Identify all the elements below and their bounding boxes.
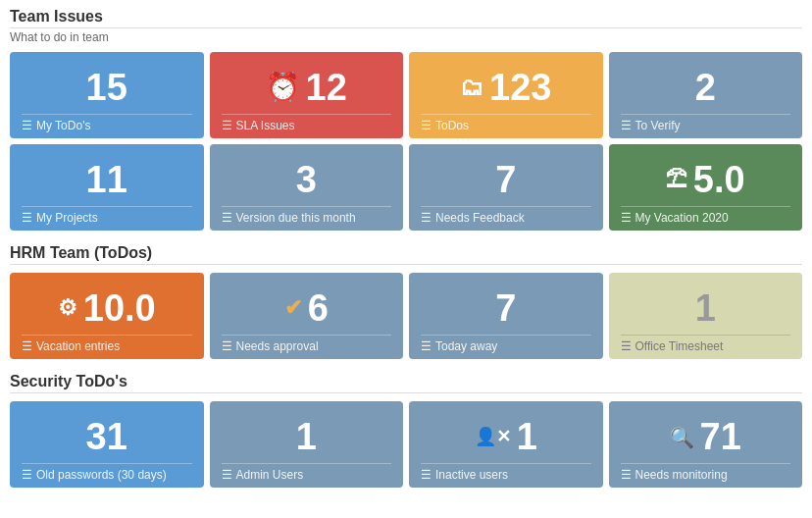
- card-sla-issues[interactable]: ⏰12 ☰ SLA Issues: [210, 52, 404, 138]
- card-number-needs-feedback: 7: [495, 160, 516, 201]
- card-label-todos: ☰ ToDos: [421, 114, 591, 132]
- team-issues-title: Team Issues: [10, 8, 802, 28]
- list-icon-office-timesheet: ☰: [621, 339, 632, 353]
- card-number-vacation-entries: 10.0: [83, 288, 156, 330]
- hrm-team-section: HRM Team (ToDos) ⚙10.0 ☰ Vacation entrie…: [10, 244, 802, 359]
- card-label-sla-issues: ☰ SLA Issues: [222, 114, 392, 132]
- card-my-todos[interactable]: 15 ☰ My ToDo's: [10, 52, 204, 138]
- gear-icon: ⚙: [58, 296, 77, 320]
- card-icon-todos: 🗂: [460, 75, 483, 100]
- card-number-sla-issues: 12: [306, 68, 347, 109]
- card-version-due[interactable]: 3 ☰ Version due this month: [210, 144, 404, 231]
- card-label-to-verify: ☰ To Verify: [621, 114, 791, 132]
- card-label-office-timesheet: ☰ Office Timesheet: [621, 335, 791, 353]
- card-to-verify[interactable]: 2 ☰ To Verify: [609, 52, 803, 138]
- team-issues-subtitle: What to do in team: [10, 30, 802, 44]
- card-label-today-away: ☰ Today away: [421, 335, 591, 353]
- card-label-version-due: ☰ Version due this month: [222, 206, 392, 225]
- list-icon-today-away: ☰: [421, 339, 431, 353]
- card-number-office-timesheet: 1: [695, 288, 716, 330]
- hrm-team-grid: ⚙10.0 ☰ Vacation entries ✔6 ☰ Needs appr…: [10, 273, 802, 359]
- card-number-my-vacation: 5.0: [693, 160, 745, 201]
- card-inactive-users[interactable]: 👤✕1 ☰ Inactive users: [409, 401, 603, 488]
- card-needs-feedback[interactable]: 7 ☰ Needs Feedback: [409, 144, 603, 231]
- list-icon-needs-monitoring: ☰: [621, 468, 632, 482]
- card-label-vacation-entries: ☰ Vacation entries: [22, 335, 192, 353]
- card-todos[interactable]: 🗂123 ☰ ToDos: [409, 52, 603, 138]
- card-label-old-passwords: ☰ Old passwords (30 days): [22, 463, 192, 482]
- list-icon-old-passwords: ☰: [22, 468, 32, 482]
- card-number-needs-approval: 6: [308, 288, 329, 330]
- card-label-my-vacation: ☰ My Vacation 2020: [621, 206, 791, 225]
- hrm-team-title: HRM Team (ToDos): [10, 244, 802, 265]
- card-label-my-projects: ☰ My Projects: [22, 206, 192, 225]
- card-label-needs-approval: ☰ Needs approval: [222, 335, 392, 353]
- card-number-inactive-users: 1: [517, 417, 537, 458]
- team-issues-section: Team Issues What to do in team 15 ☰ My T…: [10, 8, 802, 231]
- card-number-my-todos: 15: [86, 68, 127, 109]
- team-issues-grid: 15 ☰ My ToDo's ⏰12 ☰ SLA Issues 🗂123 ☰ T…: [10, 52, 802, 231]
- card-number-admin-users: 1: [296, 417, 317, 458]
- search-icon: 🔍: [670, 427, 694, 448]
- card-today-away[interactable]: 7 ☰ Today away: [409, 273, 603, 359]
- card-office-timesheet[interactable]: 1 ☰ Office Timesheet: [609, 273, 803, 359]
- list-icon-inactive-users: ☰: [421, 468, 431, 482]
- check-icon: ✔: [284, 296, 302, 320]
- card-needs-approval[interactable]: ✔6 ☰ Needs approval: [210, 273, 404, 359]
- people-icon: 👤✕: [475, 428, 511, 447]
- list-icon-my-vacation: ☰: [621, 211, 632, 225]
- umbrella-icon: ⛱: [666, 168, 687, 191]
- card-needs-monitoring[interactable]: 🔍71 ☰ Needs monitoring: [609, 401, 803, 488]
- card-number-version-due: 3: [296, 160, 317, 201]
- card-old-passwords[interactable]: 31 ☰ Old passwords (30 days): [10, 401, 204, 488]
- list-icon-needs-feedback: ☰: [421, 211, 431, 225]
- card-number-to-verify: 2: [695, 68, 716, 109]
- list-icon-vacation-entries: ☰: [22, 339, 32, 353]
- security-todos-grid: 31 ☰ Old passwords (30 days) 1 ☰ Admin U…: [10, 401, 802, 488]
- security-todos-section: Security ToDo's 31 ☰ Old passwords (30 d…: [10, 373, 802, 488]
- list-icon-to-verify: ☰: [621, 119, 632, 132]
- card-label-inactive-users: ☰ Inactive users: [421, 463, 591, 482]
- list-icon-admin-users: ☰: [222, 468, 232, 482]
- card-admin-users[interactable]: 1 ☰ Admin Users: [210, 401, 404, 488]
- list-icon-my-projects: ☰: [22, 211, 32, 225]
- security-todos-title: Security ToDo's: [10, 373, 802, 393]
- card-vacation-entries[interactable]: ⚙10.0 ☰ Vacation entries: [10, 273, 204, 359]
- card-number-today-away: 7: [495, 288, 516, 330]
- list-icon-my-todos: ☰: [22, 119, 32, 132]
- card-number-my-projects: 11: [86, 160, 127, 201]
- list-icon-sla-issues: ☰: [222, 119, 232, 132]
- card-label-needs-feedback: ☰ Needs Feedback: [421, 206, 591, 225]
- list-icon-todos: ☰: [421, 119, 431, 132]
- clock-icon: ⏰: [266, 73, 300, 103]
- card-label-my-todos: ☰ My ToDo's: [22, 114, 192, 132]
- card-number-needs-monitoring: 71: [700, 417, 741, 458]
- card-number-old-passwords: 31: [86, 417, 127, 458]
- list-icon-version-due: ☰: [222, 211, 232, 225]
- card-my-vacation[interactable]: ⛱5.0 ☰ My Vacation 2020: [609, 144, 803, 231]
- list-icon-needs-approval: ☰: [222, 339, 232, 353]
- card-label-needs-monitoring: ☰ Needs monitoring: [621, 463, 791, 482]
- card-my-projects[interactable]: 11 ☰ My Projects: [10, 144, 204, 231]
- card-number-todos: 123: [489, 68, 551, 109]
- card-label-admin-users: ☰ Admin Users: [222, 463, 392, 482]
